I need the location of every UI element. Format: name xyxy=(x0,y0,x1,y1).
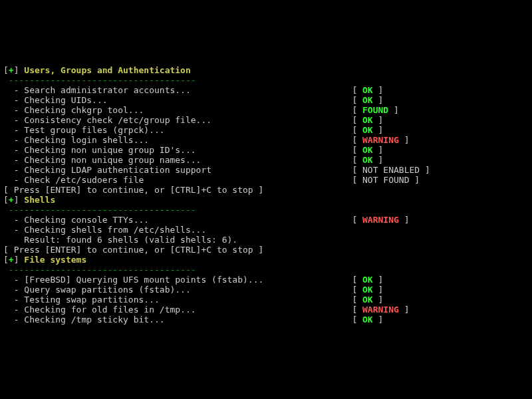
check-label: - Checking /tmp sticky bit... xyxy=(3,315,352,325)
check-status: OK xyxy=(362,125,373,135)
plus-icon: + xyxy=(9,65,14,75)
check-status: OK xyxy=(362,275,373,285)
check-item: - Checking chkgrp tool... [ FOUND ] xyxy=(3,105,529,115)
section-header: [+] Users, Groups and Authentication xyxy=(3,65,529,75)
check-item: - Checking for old files in /tmp... [ WA… xyxy=(3,305,529,315)
check-label: - Search administrator accounts... xyxy=(3,85,352,95)
check-item: - Consistency check /etc/group file... [… xyxy=(3,115,529,125)
check-status: OK xyxy=(362,295,373,305)
check-item: - [FreeBSD] Querying UFS mount points (f… xyxy=(3,275,529,285)
check-item: - Checking login shells... [ WARNING ] xyxy=(3,135,529,145)
check-item: - Checking non unique group ID's... [ OK… xyxy=(3,145,529,155)
check-label: - Query swap partitions (fstab)... xyxy=(3,285,352,295)
divider: ------------------------------------ xyxy=(3,205,529,215)
section-header: [+] Shells xyxy=(3,195,529,205)
check-label: - Checking UIDs... xyxy=(3,95,352,105)
check-item: - Check /etc/sudoers file [ NOT FOUND ] xyxy=(3,175,529,185)
check-label: - Checking for old files in /tmp... xyxy=(3,305,352,315)
check-status: OK xyxy=(362,285,373,295)
plus-icon: + xyxy=(9,195,14,205)
check-label: - Checking LDAP authentication support xyxy=(3,165,352,175)
check-extra: Result: found 6 shells (valid shells: 6)… xyxy=(3,235,529,245)
check-item: - Checking UIDs... [ OK ] xyxy=(3,95,529,105)
section-header: [+] File systems xyxy=(3,255,529,265)
check-label: - Checking chkgrp tool... xyxy=(3,105,352,115)
check-label: - Checking login shells... xyxy=(3,135,352,145)
check-item: - Testing swap partitions... [ OK ] xyxy=(3,295,529,305)
check-label: - Test group files (grpck)... xyxy=(3,125,352,135)
check-item: - Query swap partitions (fstab)... [ OK … xyxy=(3,285,529,295)
check-status: WARNING xyxy=(362,135,399,145)
plus-icon: + xyxy=(9,255,14,265)
terminal: [+] Users, Groups and Authentication ---… xyxy=(0,59,532,328)
check-status: OK xyxy=(362,85,373,95)
check-label: - Testing swap partitions... xyxy=(3,295,352,305)
check-status: NOT ENABLED xyxy=(362,165,420,175)
check-item: - Checking non unique group names... [ O… xyxy=(3,155,529,165)
check-label: - [FreeBSD] Querying UFS mount points (f… xyxy=(3,275,352,285)
divider: ------------------------------------ xyxy=(3,265,529,275)
check-status: OK xyxy=(362,145,373,155)
check-item: - Checking console TTYs... [ WARNING ] xyxy=(3,215,529,225)
check-label: - Check /etc/sudoers file xyxy=(3,175,352,185)
check-status: OK xyxy=(362,315,373,325)
check-item: - Checking shells from /etc/shells... xyxy=(3,225,529,235)
check-status: WARNING xyxy=(362,215,399,225)
continue-prompt: [ Press [ENTER] to continue, or [CTRL]+C… xyxy=(3,245,529,255)
check-label: - Checking non unique group ID's... xyxy=(3,145,352,155)
section-title: File systems xyxy=(24,255,86,265)
check-status: OK xyxy=(362,95,373,105)
check-status: FOUND xyxy=(362,105,388,115)
continue-prompt: [ Press [ENTER] to continue, or [CTRL]+C… xyxy=(3,185,529,195)
check-item: - Checking LDAP authentication support [… xyxy=(3,165,529,175)
check-status: WARNING xyxy=(362,305,399,315)
check-status: NOT FOUND xyxy=(362,175,409,185)
check-label: - Checking console TTYs... xyxy=(3,215,352,225)
check-label: - Checking non unique group names... xyxy=(3,155,352,165)
check-item: - Search administrator accounts... [ OK … xyxy=(3,85,529,95)
section-title: Shells xyxy=(24,195,55,205)
check-item: - Test group files (grpck)... [ OK ] xyxy=(3,125,529,135)
check-label: - Checking shells from /etc/shells... xyxy=(3,225,206,235)
check-label: - Consistency check /etc/group file... xyxy=(3,115,352,125)
divider: ------------------------------------ xyxy=(3,75,529,85)
check-status: OK xyxy=(362,115,373,125)
section-title: Users, Groups and Authentication xyxy=(24,65,190,75)
check-item: - Checking /tmp sticky bit... [ OK ] xyxy=(3,315,529,325)
check-status: OK xyxy=(362,155,373,165)
